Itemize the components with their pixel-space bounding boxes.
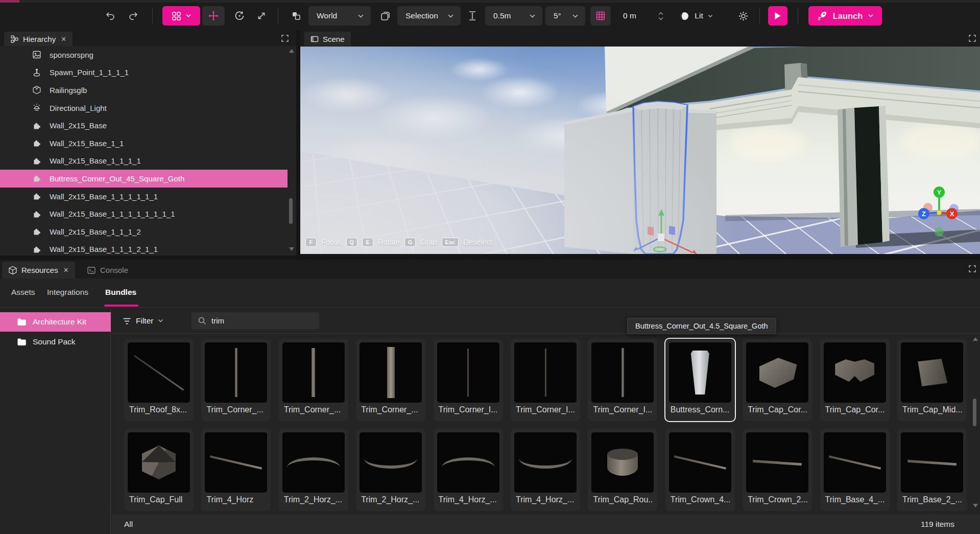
undo-button[interactable] <box>101 6 119 26</box>
expand-icon[interactable] <box>968 265 976 273</box>
asset-card[interactable]: Buttress_Corn... <box>665 339 735 421</box>
hierarchy-item[interactable]: Wall_2x15_Base_1_1_1_1_1_1_1_1 <box>0 205 288 223</box>
scene-viewport[interactable]: FFocusQERotateGGrabEscDeselect Y Z X <box>300 47 980 254</box>
hierarchy-item-label: Buttress_Corner_Out_45_Square_Goth <box>50 174 184 183</box>
asset-card[interactable]: Trim_Cap_Cor... <box>743 339 812 421</box>
grid-scroll-up[interactable] <box>973 337 978 341</box>
instance-button[interactable] <box>377 6 393 26</box>
hierarchy-item[interactable]: Directional_Light <box>0 99 288 117</box>
play-button[interactable] <box>768 6 787 26</box>
asset-card[interactable]: Trim_4_Horz_... <box>511 429 580 511</box>
hierarchy-scroll-up[interactable] <box>289 49 294 53</box>
world-dropdown[interactable]: World <box>308 6 371 26</box>
asset-card[interactable]: Trim_Corner_I... <box>588 339 657 421</box>
toolbar-divider <box>278 8 278 24</box>
redo-icon <box>128 11 138 21</box>
hierarchy-item[interactable]: Wall_2x15_Base_1_1_1_1 <box>0 152 288 170</box>
hotkey-key: E <box>362 238 373 247</box>
move-snap-dropdown[interactable]: 0.5m <box>485 6 542 26</box>
expand-icon[interactable] <box>281 34 289 42</box>
redo-button[interactable] <box>124 6 142 26</box>
hierarchy-item[interactable]: Wall_2x15_Base_1_1_1_2 <box>0 223 288 241</box>
sidebar-item[interactable]: Architecture Kit <box>0 312 111 332</box>
hierarchy-item-label: Wall_2x15_Base <box>50 121 107 130</box>
asset-card[interactable]: Trim_Roof_8x... <box>124 339 194 421</box>
search-input[interactable]: trim <box>192 312 319 329</box>
asset-card[interactable]: Trim_4_Horz_... <box>434 429 503 511</box>
chevron-down-icon <box>572 14 579 18</box>
subtab-bundles[interactable]: Bundles <box>105 288 136 297</box>
asset-card[interactable]: Trim_Base_4_... <box>820 429 890 511</box>
hierarchy-item[interactable]: Spawn_Point_1_1_1_1 <box>0 64 288 82</box>
asset-card[interactable]: Trim_Crown_2... <box>743 429 812 511</box>
subtab-integrations[interactable]: Integrations <box>47 288 88 297</box>
asset-card[interactable]: Trim_Corner_... <box>356 339 425 421</box>
hierarchy-item[interactable]: Wall_2x15_Base_1_1 <box>0 134 288 152</box>
hotkey-hints: FFocusQERotateGGrabEscDeselect <box>305 238 492 247</box>
expand-icon[interactable] <box>968 34 976 42</box>
axis-gizmo[interactable]: Y Z X <box>911 184 967 241</box>
hierarchy-item[interactable]: Wall_2x15_Base_1_1_1_2_1_1 <box>0 241 288 256</box>
asset-card[interactable]: Trim_Cap_Cor... <box>820 339 890 421</box>
asset-card[interactable]: Trim_Corner_I... <box>511 339 580 421</box>
scale-tool-button[interactable] <box>251 6 272 26</box>
filter-button[interactable]: Filter <box>123 314 163 328</box>
hierarchy-item[interactable]: Wall_2x15_Base <box>0 117 288 134</box>
tab-hierarchy[interactable]: Hierarchy ✕ <box>4 32 73 46</box>
rotate-snap-dropdown[interactable]: 5° <box>545 6 585 26</box>
close-icon[interactable]: ✕ <box>63 266 69 274</box>
tab-scene[interactable]: Scene <box>304 32 351 46</box>
asset-card[interactable]: Trim_Crown_4... <box>665 429 735 511</box>
asset-label: Trim_Base_2_... <box>902 495 963 504</box>
chevron-down-icon <box>868 14 874 18</box>
grid-scrollbar[interactable] <box>973 399 976 426</box>
asset-card[interactable]: Trim_Corner_... <box>279 339 348 421</box>
lit-mode-dropdown[interactable]: Lit <box>675 6 717 26</box>
asset-thumbnail <box>128 432 190 493</box>
asset-card[interactable]: Trim_Corner_I... <box>434 339 503 421</box>
tab-console[interactable]: Console <box>81 262 134 278</box>
asset-card[interactable]: Trim_Corner_... <box>201 339 271 421</box>
filter-icon <box>123 317 131 325</box>
hierarchy-icon <box>10 35 19 43</box>
hierarchy-item[interactable]: Wall_2x15_Base_1_1_1_1_1_1 <box>0 188 288 205</box>
hierarchy-item[interactable]: sponsorspng <box>0 46 288 64</box>
move-tool-button[interactable] <box>202 6 225 26</box>
snap-grid-button[interactable] <box>590 6 611 26</box>
tab-resources[interactable]: Resources ✕ <box>2 262 75 278</box>
asset-thumbnail <box>360 342 422 403</box>
sidebar-item[interactable]: Sound Pack <box>0 332 111 352</box>
launch-button[interactable]: Launch <box>808 6 882 26</box>
grid-scroll-down[interactable] <box>973 504 978 507</box>
world-dropdown-label: World <box>317 11 337 20</box>
resources-tabbar: Resources ✕ Console <box>0 260 980 278</box>
move-icon <box>208 10 219 21</box>
status-all[interactable]: All <box>124 520 133 529</box>
play-icon <box>774 12 781 20</box>
hierarchy-item[interactable]: Railingsglb <box>0 81 288 99</box>
asset-card[interactable]: Trim_4_Horz <box>201 429 271 511</box>
vertical-move-button[interactable] <box>465 6 480 26</box>
asset-thumbnail <box>205 432 267 493</box>
asset-card[interactable]: Trim_Cap_Rou... <box>588 429 657 511</box>
asset-label: Trim_Cap_Rou... <box>593 495 653 504</box>
hierarchy-item[interactable]: Buttress_Corner_Out_45_Square_Goth <box>0 170 288 188</box>
rotate-tool-button[interactable] <box>229 6 250 26</box>
asset-card[interactable]: Trim_2_Horz_... <box>356 429 425 511</box>
scene-tab-label: Scene <box>323 35 345 43</box>
hierarchy-scroll-down[interactable] <box>289 247 294 251</box>
asset-card[interactable]: Trim_Cap_Full <box>124 429 194 511</box>
asset-thumbnail <box>437 432 499 493</box>
settings-button[interactable] <box>734 6 752 26</box>
close-icon[interactable]: ✕ <box>61 35 66 43</box>
duplicate-button[interactable] <box>286 6 306 26</box>
height-stepper[interactable]: 0 m <box>614 6 669 26</box>
grid-tool-button[interactable] <box>162 6 200 26</box>
asset-card[interactable]: Trim_2_Horz_... <box>279 429 348 511</box>
selection-dropdown[interactable]: Selection <box>397 6 461 26</box>
subtab-assets[interactable]: Assets <box>11 288 35 297</box>
asset-card[interactable]: Trim_Base_2_... <box>897 429 967 511</box>
asset-label: Trim_4_Horz_... <box>439 495 499 504</box>
asset-card[interactable]: Trim_Cap_Mid... <box>897 339 967 421</box>
hierarchy-scrollbar[interactable] <box>289 198 293 224</box>
